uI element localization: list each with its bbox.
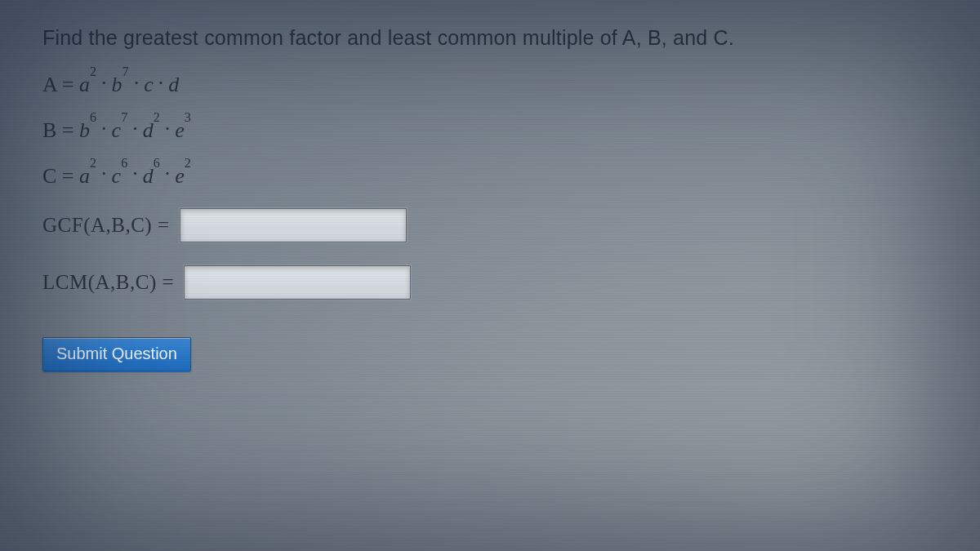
expression-B-label: B bbox=[42, 118, 56, 142]
expression-C-label: C bbox=[42, 163, 56, 187]
gcf-input[interactable] bbox=[180, 208, 407, 242]
expression-C: C = a2·c6·d6·e2 bbox=[42, 162, 938, 189]
submit-button[interactable]: Submit Question bbox=[42, 337, 191, 371]
gcf-label: GCF(A,B,C) = bbox=[42, 214, 170, 237]
expression-B: B = b6·c7·d2·e3 bbox=[42, 117, 938, 143]
question-prompt: Find the greatest common factor and leas… bbox=[42, 26, 938, 50]
expression-A: A = a2·b7·c·d bbox=[42, 71, 938, 97]
lcm-input[interactable] bbox=[184, 265, 411, 300]
expression-A-label: A bbox=[42, 73, 56, 96]
lcm-label: LCM(A,B,C) = bbox=[42, 271, 174, 294]
